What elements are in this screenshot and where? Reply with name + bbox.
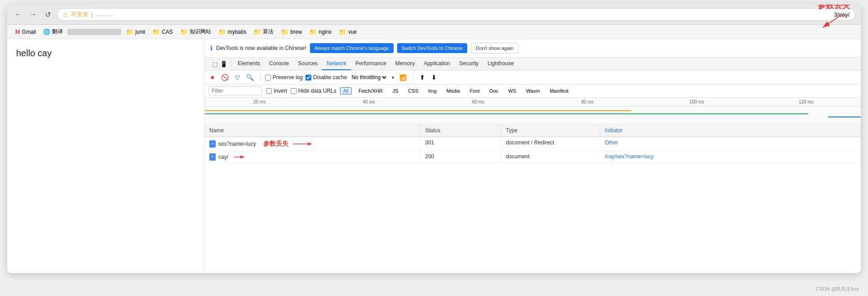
insecure-label: 不安全	[71, 10, 89, 18]
preserve-log-label[interactable]: Preserve log	[265, 74, 303, 81]
bookmark-algorithms[interactable]: 📁 算法	[251, 27, 276, 36]
tab-memory[interactable]: Memory	[391, 58, 419, 70]
filter-type-css[interactable]: CSS	[405, 87, 422, 94]
bookmarks-bar: M Gmail 🌐 翻译 📁 junit 📁 CAS 📁 知识网站 📁 myba…	[7, 25, 861, 39]
header-name: Name	[205, 125, 421, 136]
folder-icon-algorithms: 📁	[253, 28, 261, 36]
tab-application[interactable]: Application	[419, 58, 455, 70]
reload-button[interactable]: ↺	[43, 9, 53, 20]
wifi-button[interactable]: 📶	[398, 73, 408, 82]
tab-console[interactable]: Console	[265, 58, 293, 70]
row-0-annotation-arrow	[293, 139, 315, 148]
bookmark-algorithms-label: 算法	[263, 28, 274, 36]
filter-type-all[interactable]: All	[340, 87, 352, 94]
invert-label[interactable]: Invert	[266, 88, 287, 94]
bookmark-vue[interactable]: 📁 vue	[336, 27, 359, 36]
folder-icon-mybatis: 📁	[218, 28, 226, 36]
tab-sources[interactable]: Sources	[293, 58, 322, 70]
filter-button[interactable]: ▽	[233, 73, 242, 82]
network-row-0[interactable]: ≡ sex?name=lucy 参数丢失	[205, 137, 861, 151]
bookmark-gmail[interactable]: M Gmail	[13, 27, 39, 36]
network-row-1[interactable]: ≡ cay/ 200 document	[205, 151, 861, 163]
tab-lighthouse[interactable]: Lighthouse	[483, 58, 518, 70]
bookmark-nginx[interactable]: 📁 nginx	[306, 27, 334, 36]
url-text: ............	[95, 11, 834, 18]
bookmark-translate[interactable]: 🌐 翻译	[40, 27, 66, 36]
preserve-log-checkbox[interactable]	[265, 75, 271, 81]
blurred-bookmark	[67, 29, 121, 35]
network-table-header: Name Status Type Initiator	[205, 125, 861, 137]
timeline-mark-80: 80 ms	[533, 99, 642, 104]
bookmark-translate-label: 翻译	[52, 28, 63, 36]
switch-to-chinese-button[interactable]: Switch DevTools to Chinese	[397, 43, 467, 53]
address-bar[interactable]: ⚠ 不安全 | ............ 3/cay/	[57, 8, 855, 21]
devtools-toolbar: ● 🚫 ▽ 🔍 Preserve log Disable cache No th…	[205, 71, 861, 85]
device-icon[interactable]: 📱	[220, 61, 227, 67]
stop-button[interactable]: 🚫	[219, 73, 230, 82]
bookmark-mybatis[interactable]: 📁 mybatis	[216, 27, 249, 36]
filter-input[interactable]	[208, 86, 262, 95]
bookmark-knowledge-label: 知识网站	[190, 28, 211, 36]
bookmark-nginx-label: nginx	[319, 29, 332, 35]
filter-type-wasm[interactable]: Wasm	[523, 87, 543, 94]
timeline-mark-100: 100 ms	[642, 99, 751, 104]
folder-icon-cas: 📁	[152, 28, 160, 36]
dont-show-again-button[interactable]: Don't show again	[471, 43, 518, 54]
bookmark-brew[interactable]: 📁 brew	[278, 27, 305, 36]
folder-icon-knowledge: 📁	[180, 28, 188, 36]
notification-text: DevTools is now available in Chinese!	[216, 45, 306, 51]
filter-type-font[interactable]: Font	[467, 87, 483, 94]
match-language-button[interactable]: Always match Chrome's language	[310, 43, 394, 53]
disable-cache-label[interactable]: Disable cache	[306, 74, 347, 81]
bookmark-knowledge[interactable]: 📁 知识网站	[177, 27, 214, 36]
header-type: Type	[501, 125, 600, 136]
tab-network[interactable]: Network	[322, 58, 351, 70]
back-button[interactable]: ←	[13, 9, 23, 19]
row-0-annotation: 参数丢失	[263, 140, 288, 148]
devtools-notification: ℹ DevTools is now available in Chinese! …	[205, 39, 861, 58]
filter-type-manifest[interactable]: Manifest	[547, 87, 572, 94]
throttle-select[interactable]: No throttling	[350, 74, 388, 81]
tab-security[interactable]: Security	[455, 58, 483, 70]
warning-icon: ⚠	[63, 11, 68, 18]
download-button[interactable]: ⬇	[430, 73, 438, 82]
top-annotation-text: 参数丢失	[818, 4, 850, 11]
filter-type-fetch-xhr[interactable]: Fetch/XHR	[355, 87, 386, 94]
row-0-name-cell: ≡ sex?name=lucy 参数丢失	[205, 137, 421, 151]
preserve-log-text: Preserve log	[273, 74, 303, 81]
timeline-ruler: 20 ms 40 ms 60 ms 80 ms 100 ms 120 ms	[205, 98, 861, 107]
hello-text: hello cay	[16, 48, 52, 58]
filter-type-doc[interactable]: Doc	[487, 87, 502, 94]
row-1-initiator: /cay/sex?name=lucy	[600, 151, 861, 163]
filter-type-js[interactable]: JS	[390, 87, 402, 94]
bookmark-cas[interactable]: 📁 CAS	[150, 27, 176, 36]
row-0-initiator: Other	[600, 137, 861, 151]
timeline-line-orange	[205, 110, 631, 111]
timeline-tracks	[205, 107, 861, 124]
hide-data-urls-label[interactable]: Hide data URLs	[291, 88, 337, 94]
translate-icon: 🌐	[43, 28, 50, 35]
filter-type-media[interactable]: Media	[443, 87, 463, 94]
timeline-mark-60: 60 ms	[424, 99, 533, 104]
folder-icon-brew: 📁	[281, 28, 288, 36]
folder-icon-nginx: 📁	[309, 28, 317, 36]
filter-type-ws[interactable]: WS	[505, 87, 519, 94]
header-initiator: Initiator	[600, 125, 861, 136]
bookmark-brew-label: brew	[290, 29, 302, 35]
hide-data-urls-checkbox[interactable]	[291, 88, 297, 94]
upload-button[interactable]: ⬆	[418, 73, 427, 82]
invert-checkbox[interactable]	[266, 88, 272, 94]
tab-performance[interactable]: Performance	[351, 58, 391, 70]
inspect-icon[interactable]: ⬚	[212, 61, 217, 67]
row-1-type: document	[501, 151, 600, 163]
disable-cache-checkbox[interactable]	[306, 75, 311, 81]
filter-type-img[interactable]: Img	[425, 87, 439, 94]
forward-button[interactable]: →	[28, 9, 39, 19]
bookmark-junit[interactable]: 📁 junit	[123, 27, 148, 36]
row-1-name-cell: ≡ cay/	[205, 151, 421, 163]
record-button[interactable]: ●	[208, 72, 217, 82]
bookmark-mybatis-label: mybatis	[228, 29, 246, 35]
header-status: Status	[421, 125, 501, 136]
search-button[interactable]: 🔍	[244, 73, 256, 82]
tab-elements[interactable]: Elements	[233, 58, 265, 70]
